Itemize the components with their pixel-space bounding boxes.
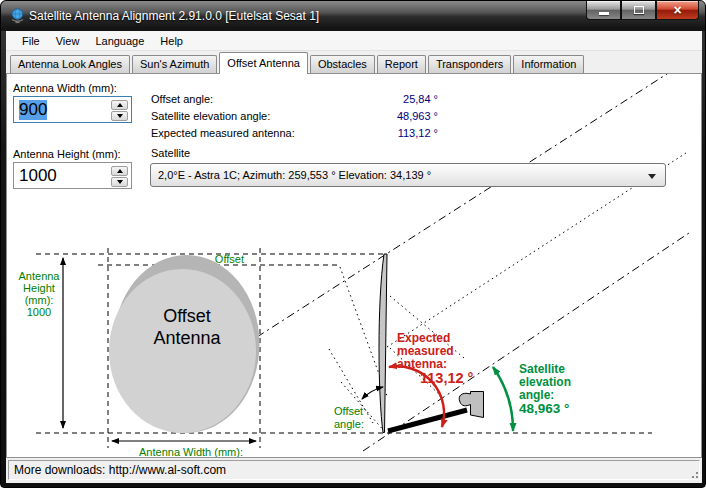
antenna-height-value: 1000 [19, 166, 57, 186]
menu-language[interactable]: Language [87, 33, 152, 49]
menu-view[interactable]: View [48, 33, 88, 49]
close-button[interactable]: × [656, 1, 699, 20]
window-controls: × [586, 1, 699, 20]
offset-angle-readout: Offset angle: 25,84 ° [151, 93, 438, 108]
arrow-up-icon [117, 169, 123, 173]
tab-strip: Antenna Look Angles Sun's Azimuth Offset… [6, 51, 702, 73]
height-label-line3: (mm): [25, 294, 54, 306]
elevation-angle-arc [493, 367, 513, 431]
antenna-height-label: Antenna Height (mm): [13, 148, 121, 160]
arrow-up-icon [117, 103, 123, 107]
window-title: Satellite Antenna Alignment 2.91.0.0 [Eu… [29, 9, 319, 23]
satellite-label: Satellite [151, 147, 190, 159]
expected-line2: measured [397, 344, 454, 358]
offset-angle-readout-value: 25,84 ° [403, 93, 438, 108]
expected-measured-readout-value: 113,12 ° [398, 127, 438, 142]
elevation-angle-readout-value: 48,963 ° [397, 110, 438, 125]
resize-grip-icon[interactable] [689, 469, 699, 479]
offset-angle-readout-label: Offset angle: [151, 93, 213, 108]
menu-help[interactable]: Help [152, 33, 191, 49]
tab-information[interactable]: Information [513, 55, 584, 73]
antenna-width-spinner [111, 100, 128, 121]
tab-report[interactable]: Report [377, 55, 426, 73]
width-dimension-label: Antenna Width (mm): [139, 446, 243, 457]
expected-measured-readout: Expected measured antenna: 113,12 ° [151, 127, 438, 142]
globe-icon [10, 8, 25, 28]
antenna-width-value: 900 [19, 100, 47, 120]
tab-suns-azimuth[interactable]: Sun's Azimuth [132, 55, 217, 73]
offset-angle-label-line2: angle: [334, 418, 364, 430]
dish-side-view [379, 254, 387, 433]
expected-line1: Expected [397, 331, 450, 345]
width-spin-down-button[interactable] [111, 111, 128, 121]
dish-label-line1: Offset [163, 306, 211, 326]
antenna-front-ellipse [109, 269, 256, 433]
minimize-icon [599, 12, 609, 15]
antenna-height-input[interactable]: 1000 [13, 162, 132, 189]
arrow-down-icon [117, 114, 123, 118]
expected-annotation: Expected measured antenna: 113,12 ° [397, 331, 474, 386]
title-bar[interactable]: Satellite Antenna Alignment 2.91.0.0 [Eu… [1, 1, 706, 31]
expected-line3: antenna: [397, 357, 447, 371]
offset-angle-label-line1: Offset [334, 405, 363, 417]
antenna-width-label: Antenna Width (mm): [13, 82, 117, 94]
height-label-line1: Antenna [19, 270, 61, 282]
offset-antenna-page: Offset Antenna Antenna Height (mm): 1000… [6, 73, 702, 458]
maximize-icon [634, 6, 644, 14]
close-icon: × [673, 3, 681, 17]
tab-antenna-look-angles[interactable]: Antenna Look Angles [10, 55, 130, 73]
height-spin-down-button[interactable] [111, 177, 128, 187]
tab-transponders[interactable]: Transponders [428, 55, 511, 73]
antenna-height-spinner [111, 166, 128, 187]
elevation-line3: angle: [519, 388, 554, 402]
status-text: More downloads: http://www.al-soft.com [14, 463, 226, 477]
status-bar: More downloads: http://www.al-soft.com [6, 458, 702, 483]
expected-measured-readout-label: Expected measured antenna: [151, 127, 295, 142]
arrow-down-icon [117, 180, 123, 184]
elevation-annotation: Satellite elevation angle: 48,963 ° [519, 362, 571, 416]
tab-offset-antenna[interactable]: Offset Antenna [219, 52, 308, 74]
elevation-value: 48,963 ° [519, 401, 569, 416]
elevation-line1: Satellite [519, 362, 565, 376]
elevation-angle-readout: Satellite elevation angle: 48,963 ° [151, 110, 438, 125]
maximize-button[interactable] [621, 1, 656, 20]
height-spin-up-button[interactable] [111, 166, 128, 176]
chevron-down-icon [648, 174, 656, 179]
elevation-angle-readout-label: Satellite elevation angle: [151, 110, 270, 125]
app-window: Satellite Antenna Alignment 2.91.0.0 [Eu… [0, 0, 706, 488]
width-spin-up-button[interactable] [111, 100, 128, 110]
expected-value: 113,12 ° [420, 370, 474, 386]
height-label-value: 1000 [27, 306, 51, 318]
menu-file[interactable]: File [14, 33, 48, 49]
elevation-line2: elevation [519, 375, 571, 389]
minimize-button[interactable] [586, 1, 621, 20]
dish-label-line2: Antenna [153, 328, 221, 348]
tab-obstacles[interactable]: Obstacles [310, 55, 375, 73]
menu-bar: File View Language Help [6, 31, 702, 51]
feed-arm [388, 410, 467, 431]
status-panel: More downloads: http://www.al-soft.com [8, 460, 700, 480]
height-label-line2: Height [23, 282, 55, 294]
antenna-width-input[interactable]: 900 [13, 96, 132, 123]
satellite-dropdown[interactable]: 2,0°E - Astra 1C; Azimuth: 259,553 ° Ele… [150, 163, 666, 187]
offset-top-label: Offset [215, 253, 244, 265]
satellite-dropdown-value: 2,0°E - Astra 1C; Azimuth: 259,553 ° Ele… [158, 169, 431, 181]
